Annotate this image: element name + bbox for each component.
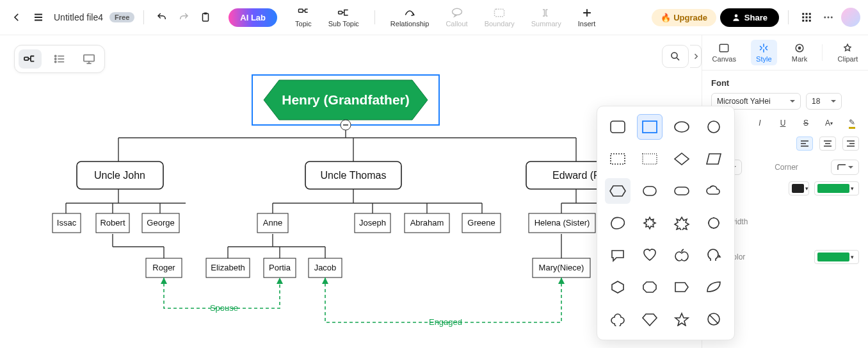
node-greene[interactable]: Greene — [462, 213, 501, 233]
subtopic-tool[interactable]: Sub Topic — [322, 7, 366, 28]
more-menu-icon[interactable] — [819, 8, 837, 26]
svg-rect-74 — [643, 154, 657, 164]
align-center-button[interactable] — [819, 137, 836, 151]
shape-pill[interactable] — [669, 178, 695, 204]
node-george[interactable]: George — [142, 213, 179, 233]
shape-diamond[interactable] — [669, 146, 695, 172]
svg-text:Joseph: Joseph — [359, 218, 386, 228]
shape-tag[interactable] — [669, 274, 695, 300]
shape-ellipse[interactable] — [669, 114, 695, 140]
svg-text:Issac: Issac — [57, 218, 77, 228]
tab-style[interactable]: Style — [751, 40, 776, 65]
align-right-button[interactable] — [842, 137, 859, 151]
shape-cloud[interactable] — [701, 178, 727, 204]
back-button[interactable] — [8, 8, 26, 26]
underline-button[interactable]: U — [776, 116, 790, 130]
svg-text:Greene: Greene — [467, 218, 495, 228]
free-badge: Free — [109, 12, 134, 22]
shape-dashed-rect[interactable] — [605, 146, 631, 172]
node-joseph[interactable]: Joseph — [355, 213, 390, 233]
hamburger-menu-icon[interactable] — [29, 8, 47, 26]
shape-rounded-hexagon[interactable] — [637, 178, 663, 204]
callout-tool: Callout — [439, 7, 474, 28]
node-helena[interactable]: Helena (Sister) — [529, 213, 595, 233]
highlight-button[interactable]: ✎ — [845, 116, 859, 130]
shape-star-burst[interactable] — [669, 210, 695, 236]
ai-lab-button[interactable]: AI Lab — [229, 8, 277, 27]
node-elizabeth[interactable]: Elizabeth — [206, 258, 250, 278]
shape-star[interactable] — [669, 306, 695, 332]
tab-clipart[interactable]: Clipart — [833, 40, 864, 65]
redo-button[interactable] — [175, 8, 193, 26]
shape-seal[interactable] — [701, 210, 727, 236]
shape-hexagon2[interactable] — [605, 274, 631, 300]
undo-button[interactable] — [153, 8, 171, 26]
node-uncle-thomas[interactable]: Uncle Thomas — [305, 162, 401, 189]
topic-tool[interactable]: Topic — [289, 7, 318, 28]
svg-text:Helena (Sister): Helena (Sister) — [534, 218, 590, 228]
svg-rect-1 — [204, 13, 207, 15]
shape-dotted-rect[interactable] — [637, 146, 663, 172]
svg-rect-7 — [802, 13, 804, 15]
svg-text:Anne: Anne — [263, 218, 282, 228]
svg-text:Edward (F: Edward (F — [552, 170, 600, 181]
file-title[interactable]: Untitled file4 — [54, 12, 103, 22]
node-roger[interactable]: Roger — [146, 258, 182, 278]
node-robert[interactable]: Robert — [96, 213, 129, 233]
svg-marker-64 — [558, 278, 565, 284]
tab-mark[interactable]: Mark — [787, 40, 812, 65]
avatar[interactable] — [841, 8, 860, 27]
divider — [143, 10, 144, 24]
shape-hexagon[interactable] — [605, 178, 631, 204]
shape-head[interactable] — [701, 242, 727, 268]
font-color-button[interactable]: A▾ — [822, 116, 836, 130]
shape-picker-popup — [597, 106, 735, 340]
italic-button[interactable]: I — [753, 116, 767, 130]
corner-select[interactable] — [831, 160, 859, 175]
shape-burst[interactable] — [637, 210, 663, 236]
apps-grid-icon[interactable] — [798, 8, 816, 26]
node-portia[interactable]: Portia — [264, 258, 296, 278]
shape-octagon[interactable] — [637, 274, 663, 300]
svg-text:Elizabeth: Elizabeth — [211, 263, 245, 272]
insert-tool[interactable]: Insert — [572, 7, 602, 28]
shape-rounded-square[interactable] — [605, 114, 631, 140]
share-button[interactable]: Share — [720, 8, 779, 27]
shape-leaf[interactable] — [701, 274, 727, 300]
shape-blob[interactable] — [605, 210, 631, 236]
upgrade-button[interactable]: 🔥Upgrade — [652, 9, 716, 26]
node-mary[interactable]: Mary(Niece) — [533, 258, 590, 278]
shape-circle[interactable] — [701, 114, 727, 140]
shape-quatrefoil[interactable] — [605, 306, 631, 332]
font-size-select[interactable]: 18 — [806, 93, 842, 110]
shape-parallelogram[interactable] — [701, 146, 727, 172]
svg-marker-61 — [161, 278, 167, 284]
svg-point-17 — [828, 17, 830, 19]
svg-rect-3 — [338, 12, 342, 14]
svg-rect-0 — [203, 13, 209, 21]
svg-rect-9 — [809, 13, 811, 15]
filling-color-2[interactable]: ▾ — [814, 181, 859, 195]
strikethrough-button[interactable]: S — [799, 116, 813, 130]
border-color-select[interactable]: ▾ — [814, 250, 859, 264]
node-anne[interactable]: Anne — [257, 213, 288, 233]
shape-apple[interactable] — [669, 242, 695, 268]
tab-canvas[interactable]: Canvas — [707, 40, 741, 65]
svg-point-72 — [708, 121, 719, 133]
node-abraham[interactable]: Abraham — [405, 213, 449, 233]
node-jacob[interactable]: Jacob — [309, 258, 342, 278]
align-left-button[interactable] — [796, 137, 813, 151]
node-root[interactable]: Henry (Grandfather) — [252, 75, 439, 130]
shape-gem[interactable] — [637, 306, 663, 332]
shape-no-shape[interactable] — [701, 306, 727, 332]
shape-speech-bubble[interactable] — [605, 242, 631, 268]
relationship-tool[interactable]: Relationship — [384, 7, 436, 28]
shape-square[interactable] — [637, 114, 663, 140]
relationship-label-engaged[interactable]: Engaged — [429, 317, 462, 327]
node-issac[interactable]: Issac — [52, 213, 81, 233]
shape-heart[interactable] — [637, 242, 663, 268]
filling-color-1[interactable]: ▾ — [789, 181, 809, 195]
paste-button[interactable] — [197, 8, 214, 26]
relationship-label-spouse[interactable]: Spouse — [210, 303, 238, 313]
node-uncle-john[interactable]: Uncle John — [77, 162, 163, 189]
